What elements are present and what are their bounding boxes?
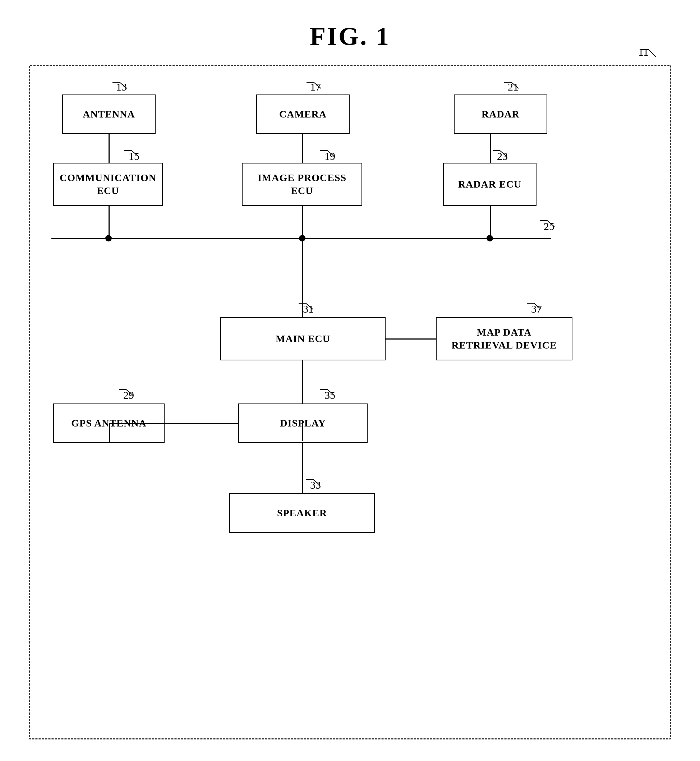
line-antenna-commecu [108,134,109,163]
diagram-container: 11 ANTENNA 13 CAMERA 17 RADAR 21 COMMUNI… [29,65,671,739]
bracket-17 [301,80,323,90]
line-display-speaker [302,443,303,493]
bracket-15 [119,148,141,158]
bracket-25 [535,218,556,228]
radar-ecu-block: RADAR ECU [443,163,536,206]
bracket-11 [638,44,659,59]
antenna-block: ANTENNA [62,94,156,134]
bracket-29 [114,387,135,397]
line-imageecu-bus [302,206,303,239]
radar-block: RADAR [454,94,547,134]
line-v-gps [109,423,110,443]
dot-comm [105,235,112,241]
line-commecu-bus [108,206,109,239]
bracket-13 [107,80,129,90]
main-ecu-block: MAIN ECU [220,317,386,360]
mapdata-block: MAP DATA RETRIEVAL DEVICE [436,317,572,360]
bracket-19 [315,148,336,158]
line-camera-imageecu [302,134,303,163]
bracket-21 [499,80,520,90]
line-v-display [302,422,303,441]
comm-ecu-block: COMMUNICATION ECU [53,163,163,206]
bracket-37 [522,300,543,311]
line-radar-radarecu [490,134,491,163]
line-mainecu-mapdata [386,339,436,339]
bracket-35 [315,387,336,397]
page-title: FIG. 1 [0,0,700,52]
bracket-33 [300,477,322,487]
image-ecu-block: IMAGE PROCESS ECU [242,163,362,206]
speaker-block: SPEAKER [229,493,375,533]
camera-block: CAMERA [256,94,350,134]
bracket-31 [293,300,315,311]
line-radarecu-bus [490,206,491,239]
dot-radar [486,235,493,241]
